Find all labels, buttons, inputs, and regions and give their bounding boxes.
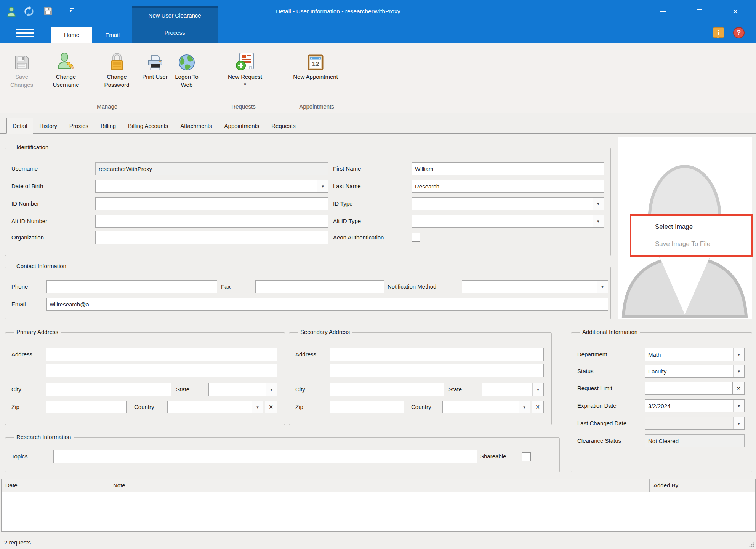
change-password-button[interactable]: Change Password bbox=[95, 46, 139, 102]
save-image-to-file-link[interactable]: Save Image To File bbox=[655, 236, 751, 252]
tab-detail[interactable]: Detail bbox=[6, 118, 33, 134]
print-user-button[interactable]: Print User bbox=[141, 46, 169, 102]
select-image-link[interactable]: Select Image bbox=[655, 218, 751, 236]
id-type-dropdown-button[interactable]: ▾ bbox=[593, 198, 604, 210]
request-limit-clear-button[interactable]: ✕ bbox=[732, 382, 745, 395]
secondary-country-clear-button[interactable]: ✕ bbox=[532, 401, 544, 413]
date-of-birth-input[interactable] bbox=[96, 180, 317, 192]
chevron-down-icon: ▾ bbox=[738, 404, 740, 409]
padlock-icon bbox=[109, 46, 125, 71]
secondary-country-input[interactable] bbox=[443, 401, 519, 413]
resize-grip[interactable] bbox=[749, 542, 754, 547]
address-label: Address bbox=[295, 348, 316, 361]
id-type-combo[interactable]: ▾ bbox=[412, 197, 604, 210]
info-icon: i bbox=[718, 29, 719, 36]
titlebar: ▾ Detail - User Information - researcher… bbox=[0, 0, 756, 22]
primary-address-line1-field[interactable] bbox=[46, 348, 277, 361]
save-icon[interactable] bbox=[43, 6, 53, 17]
new-appointment-button[interactable]: 12 New Appointment bbox=[281, 46, 350, 102]
ribbon-tab-row: Home Email i ? bbox=[0, 22, 756, 43]
primary-state-combo[interactable]: ▾ bbox=[208, 383, 277, 396]
menu-button[interactable] bbox=[16, 29, 34, 37]
fax-field[interactable] bbox=[255, 280, 384, 293]
secondary-zip-field[interactable] bbox=[330, 401, 404, 413]
id-type-input[interactable] bbox=[412, 198, 593, 210]
tab-appointments[interactable]: Appointments bbox=[218, 118, 266, 134]
aeon-authentication-checkbox[interactable] bbox=[412, 233, 420, 242]
alt-id-type-input[interactable] bbox=[412, 215, 593, 227]
contact-information-title: Contact Information bbox=[14, 263, 69, 269]
notification-method-dropdown-button[interactable]: ▾ bbox=[597, 281, 608, 293]
tab-history[interactable]: History bbox=[33, 118, 63, 134]
first-name-field[interactable] bbox=[412, 162, 604, 175]
phone-field[interactable] bbox=[46, 280, 217, 293]
additional-information-groupbox: Additional Information Department ▾ Stat… bbox=[571, 332, 752, 472]
maximize-button[interactable] bbox=[691, 0, 708, 22]
secondary-city-field[interactable] bbox=[330, 383, 444, 396]
primary-city-field[interactable] bbox=[46, 383, 171, 396]
secondary-address-line2-field[interactable] bbox=[330, 364, 544, 377]
notification-method-combo[interactable]: ▾ bbox=[462, 280, 608, 293]
department-input[interactable] bbox=[645, 348, 733, 361]
status-combo[interactable]: ▾ bbox=[645, 365, 745, 378]
alt-id-type-dropdown-button[interactable]: ▾ bbox=[593, 215, 604, 227]
tab-attachments[interactable]: Attachments bbox=[174, 118, 218, 134]
secondary-state-combo[interactable]: ▾ bbox=[482, 383, 544, 396]
expiration-date-dropdown-button[interactable]: ▾ bbox=[733, 400, 744, 412]
tab-proxies[interactable]: Proxies bbox=[63, 118, 94, 134]
expiration-date-input[interactable] bbox=[645, 400, 733, 412]
expiration-date-combo[interactable]: ▾ bbox=[645, 399, 745, 412]
status-dropdown-button[interactable]: ▾ bbox=[733, 365, 744, 377]
department-dropdown-button[interactable]: ▾ bbox=[733, 348, 744, 361]
page-tab-strip: Detail History Proxies Billing Billing A… bbox=[0, 113, 756, 134]
primary-country-dropdown-button[interactable]: ▾ bbox=[252, 401, 263, 413]
sync-icon[interactable] bbox=[22, 5, 35, 19]
tab-requests[interactable]: Requests bbox=[265, 118, 301, 134]
primary-state-dropdown-button[interactable]: ▾ bbox=[266, 383, 277, 396]
logon-to-web-button[interactable]: Logon To Web bbox=[171, 46, 202, 102]
ribbon-tab-home[interactable]: Home bbox=[51, 27, 92, 43]
ribbon-tab-process[interactable]: Process bbox=[132, 22, 218, 43]
date-of-birth-dropdown-button[interactable]: ▾ bbox=[317, 180, 328, 192]
shareable-label: Shareable bbox=[480, 450, 506, 463]
last-name-field[interactable] bbox=[412, 180, 604, 193]
change-username-button[interactable]: Change Username bbox=[43, 46, 89, 102]
secondary-state-input[interactable] bbox=[482, 383, 532, 396]
status-input[interactable] bbox=[645, 365, 733, 377]
column-header-note[interactable]: Note bbox=[109, 479, 650, 492]
chevron-down-icon: ▾ bbox=[597, 219, 599, 224]
new-request-button[interactable]: New Request ▾ bbox=[218, 46, 272, 102]
department-combo[interactable]: ▾ bbox=[645, 348, 745, 361]
primary-country-clear-button[interactable]: ✕ bbox=[265, 401, 277, 413]
secondary-state-dropdown-button[interactable]: ▾ bbox=[532, 383, 543, 396]
ribbon-tab-email[interactable]: Email bbox=[96, 27, 128, 43]
tab-billing-accounts[interactable]: Billing Accounts bbox=[122, 118, 174, 134]
id-number-field[interactable] bbox=[95, 197, 328, 210]
qat-customize-button[interactable]: ▾ bbox=[70, 8, 74, 13]
email-field[interactable] bbox=[46, 298, 608, 311]
primary-country-input[interactable] bbox=[168, 401, 252, 413]
minimize-button[interactable] bbox=[654, 0, 671, 22]
alt-id-number-field[interactable] bbox=[95, 215, 328, 228]
primary-country-combo[interactable]: ▾ bbox=[167, 401, 263, 413]
help-button[interactable]: ? bbox=[733, 27, 745, 38]
secondary-country-combo[interactable]: ▾ bbox=[442, 401, 530, 413]
request-limit-label: Request Limit bbox=[577, 382, 612, 395]
alt-id-type-combo[interactable]: ▾ bbox=[412, 215, 604, 228]
date-of-birth-combo[interactable]: ▾ bbox=[95, 180, 328, 193]
primary-address-line2-field[interactable] bbox=[46, 364, 277, 377]
close-button[interactable]: ✕ bbox=[727, 0, 744, 22]
notification-button[interactable]: i bbox=[713, 27, 724, 38]
tab-billing[interactable]: Billing bbox=[94, 118, 122, 134]
request-limit-field[interactable] bbox=[645, 382, 732, 395]
organization-field[interactable] bbox=[95, 231, 328, 244]
secondary-country-dropdown-button[interactable]: ▾ bbox=[519, 401, 530, 413]
notification-method-input[interactable] bbox=[462, 281, 597, 293]
topics-field[interactable] bbox=[53, 450, 477, 463]
column-header-added-by[interactable]: Added By bbox=[650, 479, 755, 492]
column-header-date[interactable]: Date bbox=[2, 479, 109, 492]
secondary-address-line1-field[interactable] bbox=[330, 348, 544, 361]
primary-state-input[interactable] bbox=[209, 383, 266, 396]
primary-zip-field[interactable] bbox=[46, 401, 127, 413]
shareable-checkbox[interactable] bbox=[522, 452, 531, 461]
